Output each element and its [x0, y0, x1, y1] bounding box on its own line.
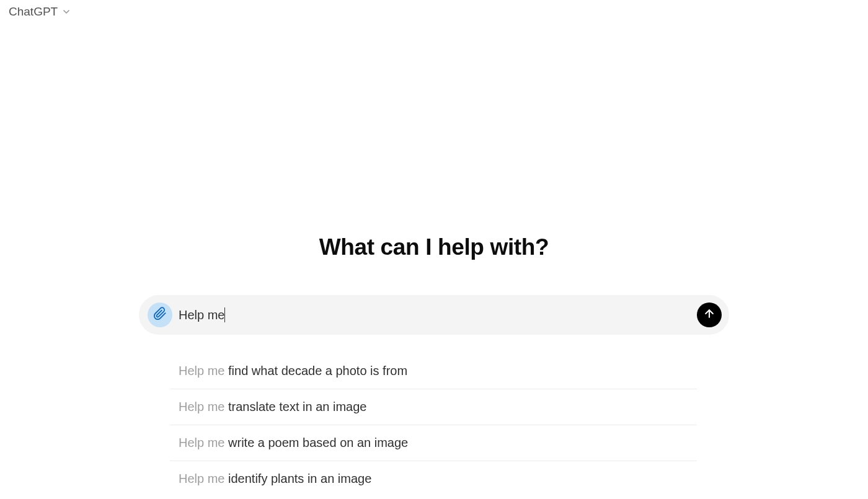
attach-button[interactable] [148, 302, 172, 327]
text-cursor [224, 307, 225, 322]
suggestion-prefix: Help me [179, 472, 228, 485]
page-heading: What can I help with? [319, 234, 549, 260]
prompt-input-bar: Help me [139, 295, 729, 335]
main-content: What can I help with? Help me Help me fi… [139, 234, 729, 497]
prompt-input[interactable]: Help me [179, 307, 691, 322]
suggestion-text: write a poem based on an image [228, 436, 408, 449]
suggestions-list: Help me find what decade a photo is from… [170, 353, 697, 497]
arrow-up-icon [703, 307, 715, 322]
model-name-label: ChatGPT [9, 5, 58, 19]
suggestion-prefix: Help me [179, 364, 228, 378]
suggestion-item[interactable]: Help me translate text in an image [170, 389, 697, 425]
send-button[interactable] [697, 302, 722, 327]
suggestion-text: find what decade a photo is from [228, 364, 407, 378]
model-selector[interactable]: ChatGPT [9, 5, 71, 19]
suggestion-prefix: Help me [179, 436, 228, 449]
chevron-down-icon [61, 7, 71, 17]
suggestion-prefix: Help me [179, 400, 228, 413]
suggestion-item[interactable]: Help me find what decade a photo is from [170, 353, 697, 389]
suggestion-item[interactable]: Help me write a poem based on an image [170, 425, 697, 461]
suggestion-item[interactable]: Help me identify plants in an image [170, 461, 697, 497]
paperclip-icon [153, 307, 167, 323]
prompt-input-text: Help me [179, 308, 224, 322]
suggestion-text: identify plants in an image [228, 472, 371, 485]
suggestion-text: translate text in an image [228, 400, 366, 413]
